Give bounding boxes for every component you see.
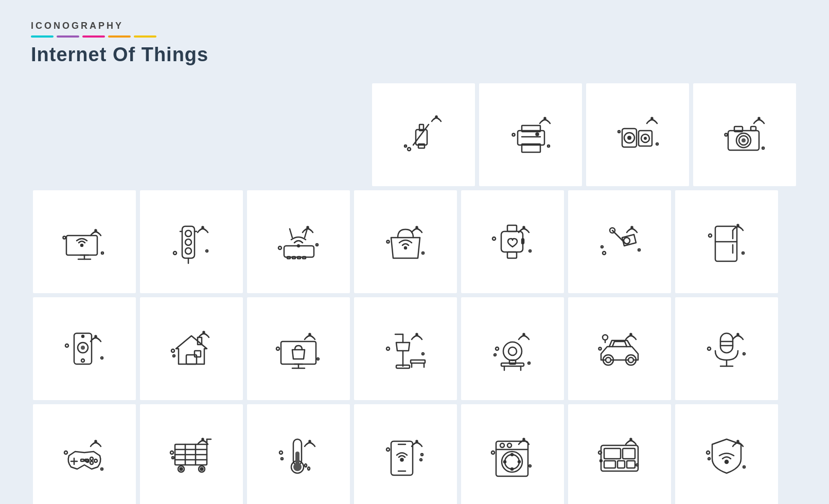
svg-point-107 [317, 358, 319, 360]
svg-point-193 [518, 461, 520, 463]
svg-line-52 [290, 229, 292, 238]
svg-point-12 [536, 133, 539, 136]
icon-lamp-wifi[interactable] [354, 297, 457, 400]
color-bar-2 [57, 35, 79, 38]
svg-point-126 [528, 362, 530, 364]
svg-point-182 [386, 448, 390, 451]
svg-point-147 [90, 457, 93, 460]
svg-point-7 [544, 118, 546, 119]
svg-point-184 [421, 454, 423, 456]
brand-name: ICONOGRAPHY [31, 21, 798, 31]
svg-point-142 [708, 347, 711, 350]
svg-point-118 [523, 334, 525, 335]
svg-point-169 [172, 457, 174, 459]
icon-fridge-wifi[interactable] [675, 190, 778, 293]
icon-car-wifi[interactable] [568, 297, 671, 400]
icon-traffic-wifi[interactable] [140, 190, 243, 293]
svg-point-117 [422, 353, 424, 355]
svg-rect-151 [81, 459, 84, 461]
icon-usb-wifi[interactable] [372, 83, 475, 186]
icon-shield-wifi[interactable] [675, 404, 778, 504]
svg-point-39 [63, 237, 66, 239]
svg-point-51 [307, 227, 309, 228]
svg-point-95 [203, 332, 205, 333]
svg-point-77 [603, 251, 606, 255]
svg-rect-68 [501, 231, 523, 252]
svg-point-196 [491, 451, 495, 454]
svg-point-170 [309, 441, 311, 442]
color-bar-4 [108, 35, 131, 38]
icon-mic-wifi[interactable] [675, 297, 778, 400]
svg-rect-203 [618, 461, 625, 468]
svg-point-99 [171, 349, 174, 352]
svg-point-175 [279, 451, 283, 454]
icon-watch-wifi[interactable] [461, 190, 564, 293]
svg-point-18 [627, 136, 631, 140]
svg-point-154 [101, 468, 103, 470]
icon-router-wifi[interactable] [247, 190, 350, 293]
svg-point-63 [404, 247, 407, 249]
svg-point-195 [504, 461, 506, 463]
svg-point-75 [624, 238, 630, 244]
svg-point-168 [170, 451, 173, 454]
svg-point-44 [185, 239, 191, 245]
icon-camera360-wifi[interactable] [461, 297, 564, 400]
svg-point-13 [513, 134, 515, 136]
icon-thermometer-wifi[interactable] [247, 404, 350, 504]
svg-point-90 [81, 359, 84, 362]
svg-point-32 [762, 147, 764, 149]
svg-point-79 [601, 246, 603, 248]
icon-desktop-shop-wifi[interactable] [247, 297, 350, 400]
svg-rect-201 [623, 448, 635, 459]
svg-point-108 [416, 334, 418, 335]
svg-point-125 [496, 347, 499, 350]
svg-point-43 [185, 230, 191, 237]
icon-camera-wifi[interactable] [693, 83, 796, 186]
icon-cctv-wifi[interactable] [568, 190, 671, 293]
svg-point-60 [278, 246, 281, 249]
svg-rect-67 [507, 225, 517, 231]
icon-home-wifi[interactable] [140, 297, 243, 400]
svg-point-198 [630, 439, 632, 440]
svg-point-155 [202, 439, 204, 440]
row-1 [31, 188, 798, 295]
icon-bag-wifi[interactable] [354, 190, 457, 293]
svg-point-176 [281, 458, 283, 460]
icon-cart-wifi[interactable] [140, 404, 243, 504]
svg-rect-174 [295, 452, 299, 465]
svg-point-136 [737, 334, 739, 335]
icon-washer-wifi[interactable] [461, 404, 564, 504]
svg-rect-97 [195, 351, 201, 357]
svg-point-149 [90, 461, 93, 464]
svg-point-177 [416, 441, 418, 442]
svg-point-87 [95, 336, 97, 337]
icon-printer-wifi[interactable] [479, 83, 582, 186]
svg-rect-202 [604, 461, 615, 468]
svg-point-194 [511, 468, 513, 470]
svg-rect-113 [411, 360, 425, 363]
svg-point-132 [628, 357, 633, 363]
svg-point-191 [505, 455, 519, 469]
icon-speaker-wifi[interactable] [586, 83, 689, 186]
svg-point-72 [529, 250, 531, 252]
svg-rect-42 [182, 226, 195, 258]
page-title: Internet Of Things [31, 44, 798, 66]
icon-monitor-wifi[interactable] [33, 190, 136, 293]
svg-point-192 [511, 454, 513, 456]
svg-point-212 [708, 458, 710, 460]
icon-phone2-wifi[interactable] [354, 404, 457, 504]
svg-point-205 [598, 451, 602, 454]
svg-point-183 [420, 459, 422, 461]
svg-point-78 [638, 249, 640, 251]
svg-point-71 [492, 237, 496, 240]
icon-dashboard-wifi[interactable] [568, 404, 671, 504]
color-bar-5 [134, 35, 156, 38]
icon-gamepad-wifi[interactable] [33, 404, 136, 504]
svg-point-153 [64, 451, 67, 454]
svg-point-89 [82, 335, 84, 337]
icon-phone-wifi[interactable] [33, 297, 136, 400]
svg-point-135 [599, 348, 602, 350]
svg-point-22 [618, 131, 620, 133]
svg-point-130 [606, 357, 611, 363]
svg-point-40 [101, 252, 103, 254]
